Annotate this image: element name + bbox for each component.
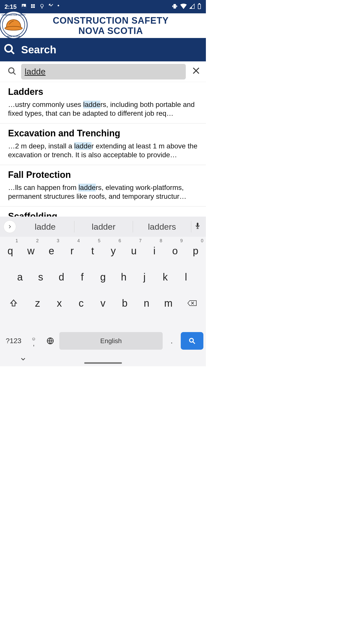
svg-rect-13 [197,223,198,226]
search-icon [8,67,17,77]
suggestion-item[interactable]: ladder [74,221,133,232]
backspace-key[interactable] [179,290,205,316]
key-e[interactable]: 3e [41,238,62,264]
result-snippet: …lls can happen from ladders, elevating … [8,183,198,201]
status-right [172,3,201,10]
svg-point-8 [5,26,22,30]
key-z[interactable]: z [27,298,49,309]
dot-icon: ● [57,3,59,10]
period-key[interactable]: . [164,332,179,350]
status-bar: 2:15 ● [0,0,206,13]
logo-icon: CONSTRUCTION SAFETY NOVA SCOTIA [0,13,28,38]
suggestion-item[interactable]: ladde [16,221,74,232]
key-t[interactable]: 5t [82,238,103,264]
key-j[interactable]: j [134,264,155,290]
globe-key[interactable] [43,332,58,350]
key-k[interactable]: k [155,264,176,290]
clear-search-button[interactable] [190,66,202,77]
search-row: ladde [0,61,206,82]
key-y[interactable]: 6y [103,238,124,264]
svg-point-12 [9,68,14,73]
suggestion-expand-button[interactable] [4,220,16,233]
key-f[interactable]: f [72,264,93,290]
app-title: CONSTRUCTION SAFETY NOVA SCOTIA [28,15,206,36]
app-header: CONSTRUCTION SAFETY NOVA SCOTIA CONSTRUC… [0,13,206,38]
svg-point-11 [5,45,12,52]
key-s[interactable]: s [30,264,51,290]
search-results: Ladders …ustry commonly uses ladders, in… [0,82,206,227]
missed-call-icon [48,3,54,10]
photo-icon [21,3,27,10]
suggestion-item[interactable]: ladders [133,221,191,232]
key-c[interactable]: c [70,298,92,309]
keyboard-row-1: 1q2w3e4r5t6y7u8i9o0p [0,238,206,264]
keyboard-rows: 1q2w3e4r5t6y7u8i9o0p asdfghjkl zxcvbnm [0,237,206,329]
numeric-key[interactable]: ?123 [3,332,25,350]
svg-text:NOVA SCOTIA: NOVA SCOTIA [7,35,20,37]
result-snippet: …2 m deep, install a ladder extending at… [8,142,198,159]
key-l[interactable]: l [175,264,196,290]
result-item[interactable]: Ladders …ustry commonly uses ladders, in… [0,82,206,124]
app-title-line1: CONSTRUCTION SAFETY [28,15,193,26]
key-u[interactable]: 7u [123,238,144,264]
key-x[interactable]: x [49,298,70,309]
key-q[interactable]: 1q [0,238,21,264]
keyboard-bottom-row: ?123 ☺ , English . [0,329,206,353]
status-left: 2:15 ● [5,3,60,10]
key-m[interactable]: m [157,298,179,309]
result-title: Ladders [8,87,198,97]
app-title-line2: NOVA SCOTIA [28,26,193,36]
signal-icon [189,4,195,10]
key-n[interactable]: n [136,298,158,309]
nav-handle-icon[interactable] [84,362,122,364]
android-nav-bar [0,353,206,366]
key-d[interactable]: d [51,264,72,290]
keyboard-search-button[interactable] [181,332,203,350]
space-key[interactable]: English [59,332,163,350]
search-header: Search [0,38,206,61]
result-title: Excavation and Trenching [8,128,198,139]
key-i[interactable]: 8i [144,238,165,264]
key-g[interactable]: g [93,264,113,290]
svg-point-1 [23,5,24,6]
shift-key[interactable] [1,290,27,316]
svg-rect-4 [198,4,201,9]
key-b[interactable]: b [114,298,136,309]
result-snippet: …ustry commonly uses ladders, including … [8,100,198,118]
result-title: Fall Protection [8,170,198,180]
keyboard-row-3: zxcvbnm [0,290,206,316]
result-item[interactable]: Fall Protection …lls can happen from lad… [0,165,206,207]
keyboard-row-2: asdfghjkl [0,264,206,290]
status-time: 2:15 [5,3,17,10]
key-a[interactable]: a [10,264,30,290]
search-input-value: ladde [25,67,46,76]
svg-text:CONSTRUCTION SAFETY: CONSTRUCTION SAFETY [2,14,26,16]
search-input[interactable]: ladde [21,64,186,79]
svg-rect-5 [199,4,200,4]
key-v[interactable]: v [92,298,114,309]
search-header-title: Search [21,44,56,56]
voice-input-icon[interactable] [191,222,204,231]
hide-keyboard-button[interactable] [20,356,26,364]
bulb-icon [39,3,45,10]
key-p[interactable]: 0p [185,238,206,264]
key-h[interactable]: h [113,264,134,290]
on-screen-keyboard: ladde ladder ladders 1q2w3e4r5t6y7u8i9o0… [0,217,206,366]
svg-rect-3 [174,4,176,8]
result-item[interactable]: Excavation and Trenching …2 m deep, inst… [0,124,206,165]
key-o[interactable]: 9o [165,238,185,264]
hash-icon [30,3,36,10]
emoji-key[interactable]: ☺ , [26,332,41,350]
search-header-icon [4,43,16,56]
suggestion-bar: ladde ladder ladders [0,217,206,237]
key-r[interactable]: 4r [62,238,82,264]
wifi-icon [180,4,187,10]
svg-point-2 [41,4,43,7]
key-w[interactable]: 2w [21,238,41,264]
battery-icon [197,3,201,10]
vibrate-icon [172,3,178,10]
